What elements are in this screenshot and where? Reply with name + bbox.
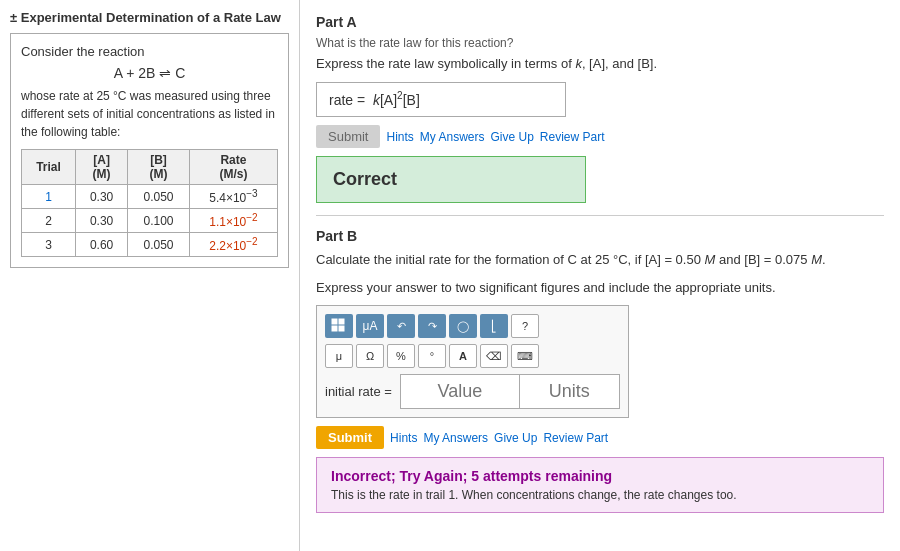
A-3: 0.60 xyxy=(76,233,128,257)
reaction-equation: A + 2B ⇌ C xyxy=(21,65,278,81)
value-input[interactable] xyxy=(400,374,520,409)
incorrect-msg: This is the rate in trail 1. When concen… xyxy=(331,488,869,502)
part-a-instruction: Express the rate law symbolically in ter… xyxy=(316,54,884,74)
right-panel: Part A What is the rate law for this rea… xyxy=(300,0,900,551)
incorrect-box: Incorrect; Try Again; 5 attempts remaini… xyxy=(316,457,884,513)
math-btn-reset[interactable]: ◯ xyxy=(449,314,477,338)
part-a-hints-link[interactable]: Hints xyxy=(386,130,413,144)
part-a-give-up-link[interactable]: Give Up xyxy=(491,130,534,144)
trial-1: 1 xyxy=(22,185,76,209)
part-a-answer-box: rate = k[A]2[B] xyxy=(316,82,566,118)
left-panel: ± Experimental Determination of a Rate L… xyxy=(0,0,300,551)
svg-rect-2 xyxy=(332,326,337,331)
part-b-my-answers-link[interactable]: My Answers xyxy=(423,431,488,445)
math-btn-percent[interactable]: % xyxy=(387,344,415,368)
units-input[interactable] xyxy=(520,374,620,409)
math-btn-omega[interactable]: Ω xyxy=(356,344,384,368)
reaction-description: whose rate at 25 °C was measured using t… xyxy=(21,87,278,141)
part-b-instruction: Express your answer to two significant f… xyxy=(316,278,884,298)
B-1: 0.050 xyxy=(128,185,190,209)
math-btn-degree[interactable]: ° xyxy=(418,344,446,368)
math-toolbar-row2: μ Ω % ° A ⌫ ⌨ xyxy=(325,344,620,368)
math-btn-mu-A[interactable]: μA xyxy=(356,314,384,338)
math-btn-icon1[interactable] xyxy=(325,314,353,338)
rate-equation-display: rate = k[A]2[B] xyxy=(329,92,420,108)
math-btn-redo[interactable]: ↷ xyxy=(418,314,446,338)
part-b-question: Calculate the initial rate for the forma… xyxy=(316,250,884,270)
col-header-B: [B](M) xyxy=(128,150,190,185)
col-header-A: [A](M) xyxy=(76,150,128,185)
part-a-review-part-link[interactable]: Review Part xyxy=(540,130,605,144)
part-b-give-up-link[interactable]: Give Up xyxy=(494,431,537,445)
part-b-submit-button[interactable]: Submit xyxy=(316,426,384,449)
math-btn-angstrom[interactable]: A xyxy=(449,344,477,368)
part-a-submit-button[interactable]: Submit xyxy=(316,125,380,148)
trial-3: 3 xyxy=(22,233,76,257)
svg-rect-1 xyxy=(339,319,344,324)
part-b-label: Part B xyxy=(316,228,884,244)
section-title[interactable]: ± Experimental Determination of a Rate L… xyxy=(10,10,289,25)
table-row: 1 0.30 0.050 5.4×10−3 xyxy=(22,185,278,209)
math-btn-delete[interactable]: ⌫ xyxy=(480,344,508,368)
B-3: 0.050 xyxy=(128,233,190,257)
svg-rect-3 xyxy=(339,326,344,331)
math-toolbar-row1: μA ↶ ↷ ◯ ⎣ ? xyxy=(325,314,620,338)
initial-rate-label: initial rate = xyxy=(325,384,392,399)
math-btn-keyboard[interactable]: ⎣ xyxy=(480,314,508,338)
rate-1: 5.4×10−3 xyxy=(189,185,277,209)
trial-2: 2 xyxy=(22,209,76,233)
col-header-rate: Rate(M/s) xyxy=(189,150,277,185)
col-header-trial: Trial xyxy=(22,150,76,185)
A-2: 0.30 xyxy=(76,209,128,233)
svg-rect-0 xyxy=(332,319,337,324)
rate-2: 1.1×10−2 xyxy=(189,209,277,233)
part-b-controls: Submit Hints My Answers Give Up Review P… xyxy=(316,426,884,449)
math-btn-help[interactable]: ? xyxy=(511,314,539,338)
part-divider xyxy=(316,215,884,216)
incorrect-title: Incorrect; Try Again; 5 attempts remaini… xyxy=(331,468,869,484)
table-row: 3 0.60 0.050 2.2×10−2 xyxy=(22,233,278,257)
math-btn-undo[interactable]: ↶ xyxy=(387,314,415,338)
part-a-controls: Submit Hints My Answers Give Up Review P… xyxy=(316,125,884,148)
math-btn-keyboard2[interactable]: ⌨ xyxy=(511,344,539,368)
consider-box: Consider the reaction A + 2B ⇌ C whose r… xyxy=(10,33,289,268)
part-b-review-part-link[interactable]: Review Part xyxy=(543,431,608,445)
consider-title: Consider the reaction xyxy=(21,44,278,59)
math-btn-mu[interactable]: μ xyxy=(325,344,353,368)
part-a-label: Part A xyxy=(316,14,884,30)
part-a-my-answers-link[interactable]: My Answers xyxy=(420,130,485,144)
A-1: 0.30 xyxy=(76,185,128,209)
table-row: 2 0.30 0.100 1.1×10−2 xyxy=(22,209,278,233)
math-input-container: μA ↶ ↷ ◯ ⎣ ? μ Ω % ° A ⌫ ⌨ initial rate … xyxy=(316,305,629,418)
data-table: Trial [A](M) [B](M) Rate(M/s) 1 0.30 0.0… xyxy=(21,149,278,257)
correct-box: Correct xyxy=(316,156,586,203)
value-units-row: initial rate = xyxy=(325,374,620,409)
B-2: 0.100 xyxy=(128,209,190,233)
part-b-hints-link[interactable]: Hints xyxy=(390,431,417,445)
part-a-question: What is the rate law for this reaction? xyxy=(316,36,884,50)
rate-3: 2.2×10−2 xyxy=(189,233,277,257)
